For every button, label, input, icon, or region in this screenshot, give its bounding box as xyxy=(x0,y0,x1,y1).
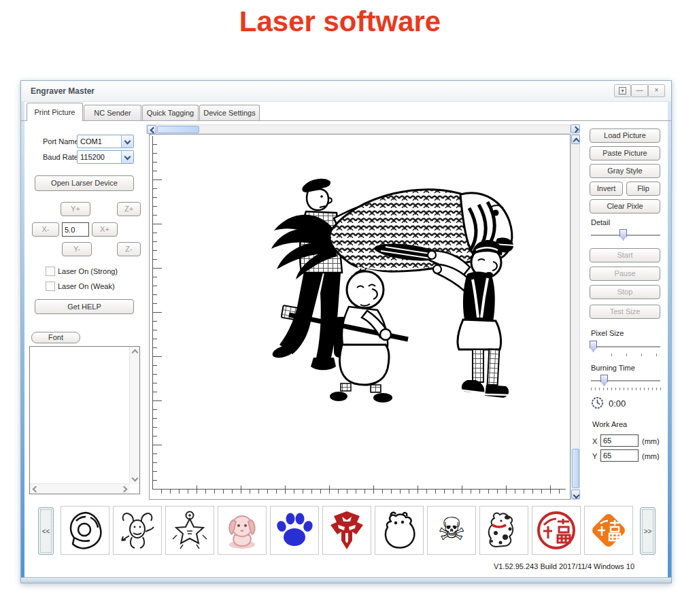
start-button[interactable]: Start xyxy=(590,248,660,262)
laser-weak-label: Laser On (Weak) xyxy=(58,282,115,290)
pixel-size-slider-thumb[interactable] xyxy=(590,341,597,352)
detail-slider-thumb[interactable] xyxy=(619,229,627,241)
gallery-item-dalmatian-puppy[interactable] xyxy=(479,506,528,555)
gallery-item-fu-seal-round[interactable] xyxy=(532,506,581,555)
close-button[interactable]: × xyxy=(648,84,665,97)
tab-device-settings[interactable]: Device Settings xyxy=(199,105,260,120)
skull-crossbones-icon: ☠ xyxy=(428,507,475,551)
scroll-up-icon xyxy=(132,349,139,356)
laser-strong-label: Laser On (Strong) xyxy=(58,267,118,275)
gallery-item-cartoon-cow[interactable] xyxy=(375,506,424,555)
hscroll-thumb[interactable] xyxy=(157,126,199,133)
ruler-vertical-major-ticks xyxy=(153,136,162,489)
window-menu-button[interactable]: ▾ xyxy=(614,84,631,97)
get-help-button[interactable]: Get HELP xyxy=(35,299,134,314)
stop-button[interactable]: Stop xyxy=(590,285,660,299)
pointing-fist-icon xyxy=(63,509,107,552)
gallery-item-pink-puppy[interactable] xyxy=(218,506,267,555)
detail-label: Detail xyxy=(591,218,610,226)
ruler-horizontal-major-ticks xyxy=(153,485,565,494)
gallery-prev-button[interactable]: << xyxy=(38,507,54,555)
port-select-arrow[interactable] xyxy=(121,135,133,148)
work-area-x-input[interactable] xyxy=(600,434,639,447)
pixel-size-slider-track[interactable] xyxy=(591,346,660,347)
window-border-bottom xyxy=(21,577,671,583)
vscroll-up-button[interactable] xyxy=(571,135,580,144)
gallery-item-blue-paw-print[interactable] xyxy=(270,506,319,555)
gallery-item-fu-seal-diamond[interactable] xyxy=(584,506,633,555)
work-area-y-input[interactable] xyxy=(600,449,639,462)
burn-timer-value: 0:00 xyxy=(609,398,626,409)
test-size-button[interactable]: Test Size xyxy=(590,305,660,319)
flip-button[interactable]: Flip xyxy=(626,182,660,196)
gray-style-button[interactable]: Gray Style xyxy=(590,164,660,178)
window-border-left xyxy=(21,101,24,578)
tab-nc-sender[interactable]: NC Sender xyxy=(84,105,141,120)
chevron-down-icon xyxy=(124,154,131,160)
tab-quick-tagging[interactable]: Quick Tagging xyxy=(142,105,199,120)
port-name-label: Port Name xyxy=(43,137,79,146)
titlebar: Engraver Master ▾ — × xyxy=(21,81,671,102)
vscroll-thumb[interactable] xyxy=(572,449,579,488)
hscroll-right-button[interactable] xyxy=(571,124,580,133)
gallery-item-autobot-logo[interactable] xyxy=(322,506,371,555)
font-listbox[interactable] xyxy=(29,346,140,494)
jog-z-plus-button[interactable]: Z+ xyxy=(117,202,141,216)
baud-select-value: 115200 xyxy=(80,153,105,161)
open-device-button[interactable]: Open Larser Device xyxy=(35,175,134,191)
listbox-vscrollbar[interactable] xyxy=(129,347,139,484)
paste-picture-button[interactable]: Paste Picture xyxy=(590,146,660,160)
gallery-item-skull-crossbones[interactable]: ☠ xyxy=(427,506,476,555)
fu-seal-round-icon xyxy=(534,509,578,552)
baud-select-arrow[interactable] xyxy=(121,151,133,163)
cartoon-ox-icon xyxy=(116,509,159,552)
port-select[interactable]: COM1 xyxy=(77,135,134,148)
vscroll-down-button[interactable] xyxy=(571,490,580,499)
pause-button[interactable]: Pause xyxy=(590,267,660,281)
work-area-y-label: Y xyxy=(592,452,597,460)
hscroll-left-button[interactable] xyxy=(147,125,156,134)
close-icon: × xyxy=(655,86,659,94)
canvas-image-people-carrying-giant-fish xyxy=(269,171,522,409)
work-area-x-unit: (mm) xyxy=(642,437,660,445)
dalmatian-puppy-icon xyxy=(482,509,526,552)
invert-button[interactable]: Invert xyxy=(590,182,623,196)
burning-time-slider-thumb[interactable] xyxy=(600,375,608,386)
scroll-down-icon xyxy=(132,475,139,482)
jog-step-input[interactable] xyxy=(62,222,89,237)
gallery-next-button[interactable]: >> xyxy=(640,507,656,555)
star-emblem-icon xyxy=(168,509,211,552)
listbox-hscrollbar[interactable] xyxy=(30,483,130,494)
tab-print-picture[interactable]: Print Picture xyxy=(27,103,83,121)
gallery-item-star-emblem[interactable] xyxy=(165,506,214,555)
baud-select[interactable]: 115200 xyxy=(77,150,134,164)
pixel-size-label: Pixel Size xyxy=(591,329,624,337)
cartoon-cow-icon xyxy=(377,509,421,552)
minimize-button[interactable]: — xyxy=(631,84,648,97)
clear-pixle-button[interactable]: Clear Pixle xyxy=(590,199,660,213)
autobot-logo-icon xyxy=(325,509,369,552)
jog-y-plus-button[interactable]: Y+ xyxy=(61,202,90,216)
baud-rate-label: Baud Rate xyxy=(43,153,78,161)
jog-y-minus-button[interactable]: Y- xyxy=(62,242,92,256)
blue-paw-print-icon xyxy=(273,509,316,552)
jog-x-minus-button[interactable]: X- xyxy=(32,222,59,237)
laser-strong-checkbox[interactable] xyxy=(46,267,55,276)
scroll-left-icon xyxy=(33,486,39,493)
canvas-vscrollbar[interactable] xyxy=(571,134,580,500)
jog-z-minus-button[interactable]: Z- xyxy=(117,242,141,256)
chevron-right-icon xyxy=(573,126,579,133)
window-border-right xyxy=(668,101,671,578)
jog-x-plus-button[interactable]: X+ xyxy=(92,222,118,237)
load-picture-button[interactable]: Load Picture xyxy=(590,129,660,143)
menu-arrow-icon: ▾ xyxy=(619,87,626,95)
font-button[interactable]: Font xyxy=(31,332,80,343)
canvas-hscrollbar[interactable] xyxy=(146,124,571,134)
engraving-canvas[interactable] xyxy=(149,134,571,500)
minimize-icon: — xyxy=(636,86,643,94)
version-status-text: V1.52.95.243 Build 2017/11/4 Windows 10 xyxy=(494,562,634,570)
gallery-item-pointing-fist[interactable] xyxy=(61,506,109,555)
laser-weak-checkbox[interactable] xyxy=(46,281,55,291)
gallery-item-cartoon-ox[interactable] xyxy=(113,506,162,555)
fu-seal-diamond-icon xyxy=(587,509,630,552)
